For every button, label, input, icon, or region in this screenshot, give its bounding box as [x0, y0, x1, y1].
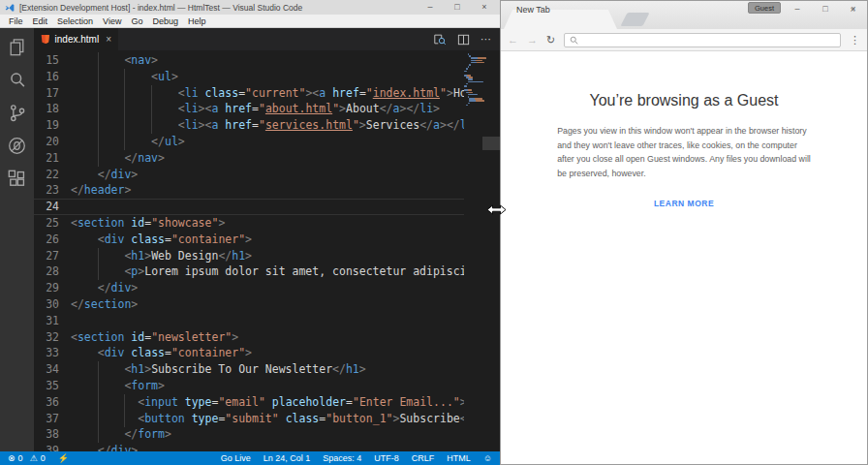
- line-number: 27: [34, 248, 71, 264]
- bolt-icon[interactable]: ⚡: [58, 453, 69, 463]
- resize-cursor-icon: [486, 203, 507, 216]
- open-preview-icon[interactable]: [433, 33, 447, 46]
- browser-tab-close-icon[interactable]: ×: [850, 4, 855, 15]
- code-editor[interactable]: 15 <nav>16 <ul>17 <li class="current"><a…: [34, 50, 500, 451]
- code-line[interactable]: 35 <form>: [34, 378, 464, 394]
- browser-menu-icon[interactable]: ⋮: [850, 34, 860, 46]
- menu-debug[interactable]: Debug: [147, 16, 183, 26]
- code-line[interactable]: 17 <li class="current"><a href="index.ht…: [34, 85, 464, 102]
- extensions-icon[interactable]: [7, 169, 27, 189]
- line-number: 16: [34, 69, 71, 85]
- code-line[interactable]: 15 <nav>: [34, 52, 464, 69]
- line-number: 34: [34, 361, 71, 378]
- code-line[interactable]: 21 </nav>: [34, 150, 464, 167]
- problems-errors[interactable]: ⊗ 0: [8, 453, 23, 463]
- minimap-line: [468, 94, 479, 96]
- scrollbar-thumb[interactable]: [482, 137, 500, 150]
- line-number: 29: [34, 280, 71, 296]
- line-number: 31: [34, 313, 71, 329]
- editor-tab-bar: index.html ×: [34, 28, 500, 50]
- code-line[interactable]: 24: [34, 199, 464, 215]
- tab-label: index.html: [55, 34, 100, 45]
- browser-minimize-button[interactable]: –: [791, 4, 803, 14]
- line-number: 28: [34, 264, 71, 280]
- tab-close-icon[interactable]: ×: [106, 34, 111, 45]
- minimap-line: [468, 103, 470, 105]
- code-line[interactable]: 26 <div class="container">: [34, 232, 464, 248]
- code-line[interactable]: 39 </div>: [34, 443, 464, 451]
- code-line[interactable]: 28 <p>Lorem ipsum dolor sit amet, consec…: [34, 264, 464, 280]
- minimap-line: [468, 81, 483, 83]
- language-mode[interactable]: HTML: [447, 453, 471, 463]
- feedback-smiley-icon[interactable]: ☺: [483, 453, 492, 463]
- tab-index-html[interactable]: index.html ×: [34, 28, 118, 50]
- line-number: 32: [34, 329, 71, 346]
- line-number: 20: [34, 134, 71, 150]
- editor-scrollbar[interactable]: [482, 50, 500, 451]
- menu-go[interactable]: Go: [126, 16, 147, 26]
- code-line[interactable]: 16 <ul>: [34, 69, 464, 85]
- code-line[interactable]: 22 </div>: [34, 167, 464, 183]
- learn-more-link[interactable]: LEARN MORE: [501, 199, 867, 208]
- browser-maximize-button[interactable]: □: [820, 4, 831, 14]
- address-bar[interactable]: [564, 33, 841, 47]
- line-number: 39: [34, 443, 71, 451]
- minimap[interactable]: [464, 50, 482, 451]
- menu-file[interactable]: File: [4, 16, 28, 26]
- code-line[interactable]: 32<section id="newsletter">: [34, 329, 464, 346]
- source-control-icon[interactable]: [7, 103, 27, 123]
- code-line[interactable]: 29 </div>: [34, 280, 464, 296]
- code-line[interactable]: 18 <li><a href="about.html">About</a></l…: [34, 101, 464, 117]
- close-button[interactable]: ×: [479, 0, 490, 15]
- menu-selection[interactable]: Selection: [52, 16, 98, 26]
- status-bar: ⊗ 0 ⚠ 0 ⚡ Go Live Ln 24, Col 1 Spaces: 4…: [0, 451, 500, 465]
- code-line[interactable]: 33 <div class="container">: [34, 345, 464, 361]
- error-count: 0: [18, 453, 23, 463]
- minimize-button[interactable]: –: [424, 0, 436, 15]
- more-actions-icon[interactable]: ⋯: [480, 33, 492, 46]
- code-line[interactable]: 30</section>: [34, 296, 464, 313]
- indentation-setting[interactable]: Spaces: 4: [323, 453, 361, 463]
- cursor-position[interactable]: Ln 24, Col 1: [264, 453, 311, 463]
- minimap-line: [471, 60, 482, 62]
- line-number: 33: [34, 345, 71, 361]
- code-line[interactable]: 23</header>: [34, 182, 464, 199]
- minimap-line: [468, 78, 474, 80]
- code-line[interactable]: 25<section id="showcase">: [34, 215, 464, 232]
- line-number: 26: [34, 232, 71, 248]
- minimap-line: [466, 92, 473, 94]
- problems-warnings[interactable]: ⚠ 0: [30, 453, 46, 463]
- code-line[interactable]: 38 </form>: [34, 426, 464, 443]
- maximize-button[interactable]: □: [451, 0, 463, 15]
- new-tab-button[interactable]: [620, 13, 649, 26]
- browser-titlebar[interactable]: Guest – □ × New Tab ×: [501, 1, 867, 29]
- vscode-titlebar[interactable]: [Extension Development Host] - index.htm…: [0, 0, 500, 15]
- omnibox-search-icon: [570, 36, 578, 45]
- search-icon[interactable]: [7, 70, 27, 90]
- menu-help[interactable]: Help: [183, 16, 211, 26]
- eol-setting[interactable]: CRLF: [412, 453, 435, 463]
- minimap-line: [464, 89, 472, 91]
- go-live-button[interactable]: Go Live: [221, 453, 251, 463]
- guest-profile-badge[interactable]: Guest: [748, 2, 781, 14]
- back-icon[interactable]: ←: [508, 35, 518, 46]
- forward-icon[interactable]: →: [527, 35, 538, 46]
- explorer-icon[interactable]: [7, 37, 27, 57]
- code-line[interactable]: 34 <h1>Subscribe To Our Newsletter</h1>: [34, 361, 464, 378]
- line-number: 18: [34, 101, 71, 117]
- code-line[interactable]: 20 </ul>: [34, 134, 464, 150]
- code-line[interactable]: 36 <input type="email" placeholder="Ente…: [34, 394, 464, 411]
- menu-view[interactable]: View: [98, 16, 126, 26]
- code-line[interactable]: 31: [34, 313, 464, 329]
- menu-edit[interactable]: Edit: [28, 16, 53, 26]
- code-line[interactable]: 37 <button type="submit" class="button_1…: [34, 411, 464, 427]
- reload-icon[interactable]: ↻: [546, 35, 555, 46]
- split-editor-icon[interactable]: [457, 34, 470, 46]
- debug-icon[interactable]: [7, 136, 27, 156]
- line-number: 17: [34, 85, 71, 102]
- code-line[interactable]: 27 <h1>Web Design</h1>: [34, 248, 464, 264]
- code-line[interactable]: 19 <li><a href="services.html">Services<…: [34, 117, 464, 134]
- encoding-setting[interactable]: UTF-8: [374, 453, 399, 463]
- line-number: 24: [34, 199, 71, 215]
- browser-window: Guest – □ × New Tab × ← → ↻ ⋮: [500, 0, 868, 465]
